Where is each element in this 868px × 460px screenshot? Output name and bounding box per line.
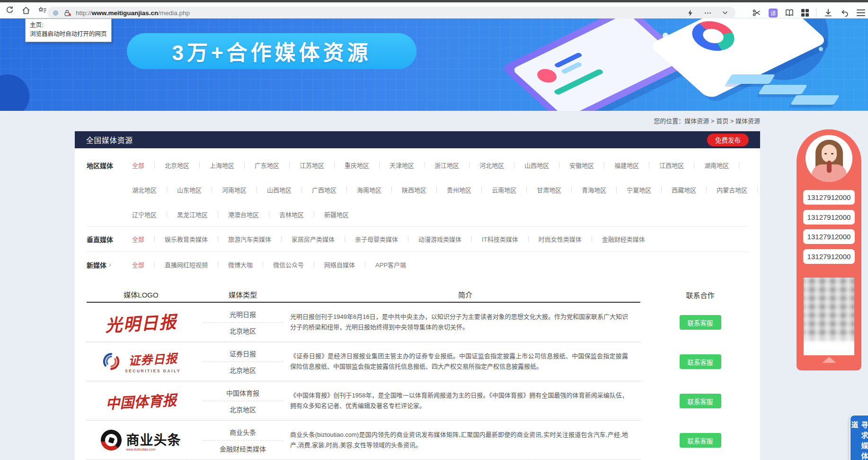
filter-separator <box>408 236 408 242</box>
filter-item[interactable]: 福建地区 <box>614 161 639 170</box>
filter-item[interactable]: 北京地区 <box>165 161 189 170</box>
filter-item[interactable]: 网络自媒体 <box>324 260 355 269</box>
filter-item[interactable]: 上海地区 <box>210 161 234 170</box>
contact-service-button[interactable]: 联系客服 <box>680 315 721 330</box>
filter-item[interactable]: 吉林地区 <box>279 210 304 219</box>
filter-item[interactable]: 青海地区 <box>582 185 606 194</box>
filter-separator <box>694 162 694 168</box>
filter-item[interactable]: 河南地区 <box>222 185 247 194</box>
address-bar[interactable]: http://www.meitiguanjias.cn/media.php <box>47 7 735 19</box>
filter-item[interactable]: 港澳台地区 <box>228 210 259 219</box>
undo-icon[interactable] <box>840 8 850 18</box>
menu-icon[interactable] <box>857 9 865 16</box>
media-logo-biztoutiao: 商业头条 www.biztoutiao.com <box>87 430 195 451</box>
home-icon[interactable] <box>21 6 31 15</box>
hero-banner: 3万+合作媒体资源 <box>0 18 868 111</box>
breadcrumb[interactable]: 您的位置：媒体资源 > 首页 > 媒体资源 <box>75 116 760 125</box>
media-type-name: 商业头条 <box>195 427 290 437</box>
filter-item[interactable]: 宁夏地区 <box>627 185 651 194</box>
filter-item[interactable]: APP客户端 <box>375 260 406 269</box>
filter-item[interactable]: 西藏地区 <box>672 185 696 194</box>
filter-item[interactable]: 时尚女性类媒体 <box>539 235 582 244</box>
filter-item[interactable]: 安徽地区 <box>569 161 594 170</box>
filter-item[interactable]: 山西地区 <box>524 161 549 170</box>
filter-item[interactable]: 辽宁地区 <box>132 210 157 219</box>
more-options-icon[interactable] <box>703 8 712 18</box>
filter-item[interactable]: 金融财经类媒体 <box>602 235 645 244</box>
phone-number[interactable]: 13127912000 <box>803 210 855 225</box>
filter-item[interactable]: 贵州地区 <box>447 185 471 194</box>
filter-item[interactable]: 海南地区 <box>357 185 381 194</box>
filter-item[interactable]: 旅游汽车类媒体 <box>228 235 271 244</box>
contact-service-button[interactable]: 联系客服 <box>680 354 721 369</box>
filter-item[interactable]: 娱乐教育类媒体 <box>165 235 208 244</box>
filter-item[interactable]: 江西地区 <box>659 161 684 170</box>
filter-item[interactable]: 湖南地区 <box>704 161 729 170</box>
filter-item[interactable]: 动漫游戏类媒体 <box>418 235 461 244</box>
column-header-type: 媒体类型 <box>195 289 290 299</box>
phone-number[interactable]: 13127912000 <box>803 190 855 205</box>
collapse-up-arrow-icon[interactable] <box>822 357 836 363</box>
filter-item[interactable]: 重庆地区 <box>345 161 369 170</box>
browser-window: { "browser": { "url_scheme": "http://", … <box>0 0 868 460</box>
filter-group-label: 新媒体 <box>87 260 132 270</box>
contact-service-button[interactable]: 联系客服 <box>680 433 721 448</box>
media-logo-securities-daily: 证券日报 SECURITIES DAILY <box>87 350 195 373</box>
filter-item[interactable]: 河北地区 <box>479 161 504 170</box>
filter-item[interactable]: 天津地区 <box>390 161 414 170</box>
apps-grid-icon[interactable] <box>801 9 809 17</box>
filter-item[interactable]: 山西地区 <box>267 185 292 194</box>
contact-service-button[interactable]: 联系客服 <box>680 394 721 408</box>
free-publish-button[interactable]: 免费发布 <box>707 134 749 146</box>
filter-item[interactable]: 浙江地区 <box>434 161 459 170</box>
insecure-lock-icon[interactable] <box>63 9 72 18</box>
filter-item[interactable]: 甘肃地区 <box>537 185 561 194</box>
media-description: 光明日报创刊于1949年6月16日，是中共中央主办，以知识分子为主要读者对象的思… <box>290 312 640 333</box>
site-permission-icon[interactable] <box>53 10 58 16</box>
filter-item[interactable]: 家居房产类媒体 <box>292 235 335 244</box>
url-path: /media.php <box>158 9 190 17</box>
screenshot-scissors-icon[interactable] <box>752 8 762 18</box>
lightning-icon[interactable] <box>685 8 695 18</box>
reading-mode-icon[interactable] <box>785 8 794 18</box>
filter-item[interactable]: 全部 <box>132 161 144 170</box>
phone-number[interactable]: 13127912000 <box>803 229 855 244</box>
column-header-desc: 简介 <box>290 289 640 299</box>
panel-body: 地区媒体 全部 北京地区 上海地区 广东地区 江苏地区 重庆地区 天津地区 浙江… <box>75 148 760 460</box>
filter-item[interactable]: 直播网红短视频 <box>165 260 208 269</box>
chevron-down-icon[interactable] <box>720 8 730 18</box>
filter-separator <box>289 162 290 168</box>
filter-line: 湖北地区 山东地区 河南地区 山西地区 广西地区 海南地区 陕西地区 贵州地区 … <box>132 185 768 194</box>
avatar <box>806 135 852 182</box>
media-description: 《证券日报》是经济日报报业集团主管主办的证券专业报纸。中国证监会指定披露上市公司… <box>290 351 640 372</box>
chevron-right-icon <box>106 261 111 269</box>
filter-item[interactable]: 新疆地区 <box>324 210 349 219</box>
filter-item[interactable]: 亲子母婴类媒体 <box>355 235 398 244</box>
reload-icon[interactable] <box>5 6 14 15</box>
bookmarks-list-icon[interactable] <box>38 6 47 15</box>
qr-code[interactable] <box>804 278 854 355</box>
downloads-icon[interactable] <box>824 8 833 18</box>
filter-item[interactable]: 黑龙江地区 <box>177 210 208 219</box>
filter-item[interactable]: 山东地区 <box>177 185 202 194</box>
filter-item[interactable]: 广西地区 <box>312 185 337 194</box>
filter-item[interactable]: 微信公众号 <box>273 260 304 269</box>
filter-item[interactable]: 陕西地区 <box>402 185 426 194</box>
filter-separator <box>379 162 380 168</box>
filter-item[interactable]: 湖北地区 <box>132 185 157 194</box>
filter-item[interactable]: 广东地区 <box>255 161 279 170</box>
filter-group-label: 地区媒体 <box>87 161 132 170</box>
seek-media-coverage-tab[interactable]: 寻求媒体报道 <box>850 415 868 460</box>
filter-item[interactable]: 云南地区 <box>492 185 516 194</box>
filter-separator <box>604 162 604 168</box>
phone-number[interactable]: 13127912000 <box>803 249 855 264</box>
filter-item[interactable]: 江苏地区 <box>300 161 324 170</box>
filter-item[interactable]: 内蒙古地区 <box>717 185 747 194</box>
filter-item[interactable]: 微博大咖 <box>228 260 253 269</box>
translate-icon[interactable]: 译 <box>769 9 778 18</box>
filter-item[interactable]: 全部 <box>132 260 144 269</box>
filter-group-region: 地区媒体 全部 北京地区 上海地区 广东地区 江苏地区 重庆地区 天津地区 浙江… <box>87 148 748 227</box>
filter-item[interactable]: IT科技类媒体 <box>482 235 518 244</box>
filter-item[interactable]: 全部 <box>132 235 144 244</box>
biztoutiao-circle-icon <box>101 430 122 451</box>
